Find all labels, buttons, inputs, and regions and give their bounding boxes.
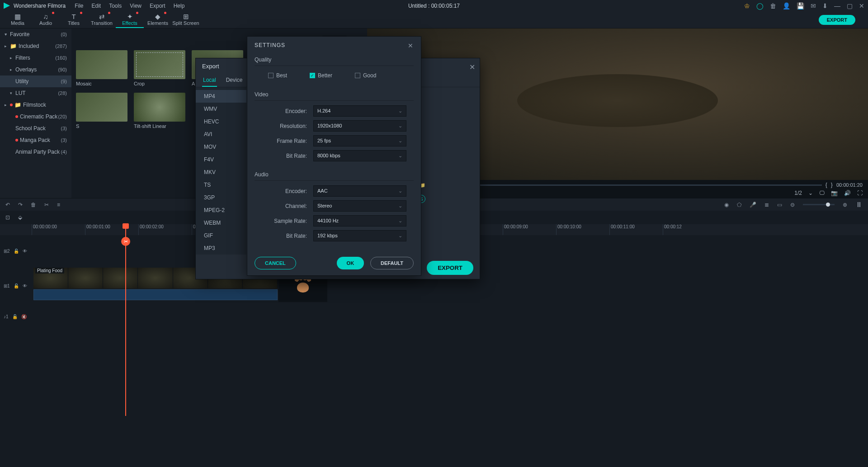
zoom-out-icon[interactable]: ⊖ xyxy=(790,202,795,208)
link-icon[interactable]: ⊡ xyxy=(5,214,10,221)
video-resolution-select[interactable]: 1920x1080 xyxy=(313,120,406,132)
sidebar-item-included[interactable]: ▸📁Included(287) xyxy=(0,40,71,52)
undo-icon[interactable]: ↶ xyxy=(5,202,10,208)
lock-icon[interactable]: 🔓 xyxy=(14,283,19,288)
lock-icon[interactable]: 🔓 xyxy=(12,314,18,319)
sidebar-item-manga-pack[interactable]: Manga Pack(3) xyxy=(0,134,71,146)
format-hevc[interactable]: HEVC xyxy=(196,115,246,128)
tool-tab-elements[interactable]: ◆Elements xyxy=(144,12,172,28)
format-mpeg-2[interactable]: MPEG-2 xyxy=(196,204,246,217)
lock-icon[interactable]: 🔓 xyxy=(14,249,19,254)
menu-tools[interactable]: Tools xyxy=(109,3,122,9)
shield-icon[interactable]: ⬠ xyxy=(737,202,741,208)
mixer-icon[interactable]: ≣ xyxy=(764,202,769,208)
zoom-in-icon[interactable]: ⊕ xyxy=(843,202,847,208)
tool-tab-split-screen[interactable]: ⊞Split Screen xyxy=(172,12,200,28)
close-icon[interactable]: ✕ xyxy=(859,2,864,9)
adjust-icon[interactable]: ≡ xyxy=(57,202,60,208)
audio-channel-select[interactable]: Stereo xyxy=(313,200,406,212)
quality-good-checkbox[interactable]: Good xyxy=(355,72,376,79)
menu-view[interactable]: View xyxy=(130,3,142,9)
format-3gp[interactable]: 3GP xyxy=(196,191,246,204)
tool-tab-effects[interactable]: ✦Effects xyxy=(116,12,144,28)
format-gif[interactable]: GIF xyxy=(196,229,246,242)
display-icon[interactable]: 🖵 xyxy=(819,190,825,196)
export-confirm-button[interactable]: EXPORT xyxy=(427,261,473,275)
format-ts[interactable]: TS xyxy=(196,179,246,191)
format-webm[interactable]: WEBM xyxy=(196,217,246,229)
sidebar-item-overlays[interactable]: ▸Overlays(90) xyxy=(0,64,71,75)
headset-icon[interactable]: ◯ xyxy=(756,2,764,9)
marker-icon[interactable]: ◉ xyxy=(724,202,729,208)
sidebar-item-animal-party-pack[interactable]: Animal Party Pack(4) xyxy=(0,146,71,158)
quality-best-checkbox[interactable]: Best xyxy=(268,72,287,79)
format-mp4[interactable]: MP4 xyxy=(196,90,246,103)
user-icon[interactable]: 👤 xyxy=(783,2,790,9)
sidebar-item-cinematic-pack[interactable]: Cinematic Pack(20) xyxy=(0,111,71,123)
delete-icon[interactable]: 🗑 xyxy=(31,202,36,208)
default-button[interactable]: DEFAULT xyxy=(370,257,414,269)
zoom-fit-icon[interactable]: ⏸ xyxy=(855,201,863,209)
minimize-icon[interactable]: — xyxy=(834,2,840,9)
effect-thumb-mosaic[interactable]: Mosaic xyxy=(76,50,127,86)
mic-icon[interactable]: 🎤 xyxy=(750,202,756,208)
maximize-icon[interactable]: ▢ xyxy=(847,2,853,9)
menu-export[interactable]: Export xyxy=(150,3,165,9)
volume-icon[interactable]: 🔊 xyxy=(844,190,851,196)
video-encoder-select[interactable]: H.264 xyxy=(313,105,406,117)
crown-icon[interactable]: ♔ xyxy=(744,2,750,9)
eye-icon[interactable]: 👁 xyxy=(23,249,27,254)
menu-file[interactable]: File xyxy=(75,3,83,9)
menu-edit[interactable]: Edit xyxy=(92,3,101,9)
format-mkv[interactable]: MKV xyxy=(196,166,246,179)
export-button[interactable]: EXPORT xyxy=(819,15,855,25)
save-icon[interactable]: 💾 xyxy=(797,2,804,9)
marker-out-icon[interactable]: } xyxy=(831,182,833,188)
trash-icon[interactable]: 🗑 xyxy=(770,2,776,9)
camera-icon[interactable]: 📷 xyxy=(831,190,838,196)
video-bitrate-select[interactable]: 8000 kbps xyxy=(313,150,406,161)
tool-tab-audio[interactable]: ♫Audio xyxy=(32,12,60,28)
format-mp3[interactable]: MP3 xyxy=(196,242,246,255)
redo-icon[interactable]: ↷ xyxy=(18,202,23,208)
audio-samplerate-select[interactable]: 44100 Hz xyxy=(313,215,406,226)
mail-icon[interactable]: ✉ xyxy=(811,2,816,9)
download-icon[interactable]: ⬇ xyxy=(822,2,828,9)
tool-tab-titles[interactable]: TTitles xyxy=(60,12,88,28)
video-framerate-select[interactable]: 25 fps xyxy=(313,135,406,146)
effect-thumb-tilt-shift-linear[interactable]: Tilt-shift Linear xyxy=(134,93,185,129)
format-avi[interactable]: AVI xyxy=(196,128,246,141)
chevron-down-icon[interactable]: ⌄ xyxy=(808,190,813,196)
sidebar-item-school-pack[interactable]: School Pack(3) xyxy=(0,123,71,134)
sidebar-item-filters[interactable]: ▸Filters(160) xyxy=(0,52,71,64)
frame-icon[interactable]: ▭ xyxy=(777,202,782,208)
effect-thumb-s[interactable]: S xyxy=(76,93,127,129)
format-wmv[interactable]: WMV xyxy=(196,103,246,115)
format-mov[interactable]: MOV xyxy=(196,141,246,153)
track-audio[interactable]: ♪1🔓🔇 xyxy=(32,311,868,322)
audio-encoder-select[interactable]: AAC xyxy=(313,185,406,197)
zoom-slider[interactable] xyxy=(803,204,835,205)
format-f4v[interactable]: F4V xyxy=(196,153,246,166)
export-close-icon[interactable]: ✕ xyxy=(469,63,475,71)
eye-icon[interactable]: 👁 xyxy=(23,283,27,288)
fullscreen-icon[interactable]: ⛶ xyxy=(857,190,863,196)
sidebar-item-favorite[interactable]: ♥Favorite(0) xyxy=(0,28,71,40)
cancel-button[interactable]: CANCEL xyxy=(255,257,296,269)
audio-bitrate-select[interactable]: 192 kbps xyxy=(313,230,406,241)
export-tab-device[interactable]: Device xyxy=(225,74,244,87)
ok-button[interactable]: OK xyxy=(337,257,364,269)
sidebar-item-filmstock[interactable]: ▸📁Filmstock xyxy=(0,99,71,111)
settings-close-icon[interactable]: ✕ xyxy=(408,42,414,49)
cut-icon[interactable]: ✂ xyxy=(44,202,49,208)
menu-help[interactable]: Help xyxy=(174,3,185,9)
magnet-icon[interactable]: ⬙ xyxy=(18,214,22,221)
quality-better-checkbox[interactable]: ✓Better xyxy=(310,72,332,79)
sidebar-item-utility[interactable]: Utility(9) xyxy=(0,75,71,87)
effect-thumb-crop[interactable]: Crop xyxy=(134,50,185,86)
marker-in-icon[interactable]: { xyxy=(826,182,827,188)
sidebar-item-lut[interactable]: ▾LUT(28) xyxy=(0,87,71,99)
export-tab-local[interactable]: Local xyxy=(202,74,217,87)
tool-tab-transition[interactable]: ⇄Transition xyxy=(88,12,116,28)
mute-icon[interactable]: 🔇 xyxy=(21,314,27,319)
